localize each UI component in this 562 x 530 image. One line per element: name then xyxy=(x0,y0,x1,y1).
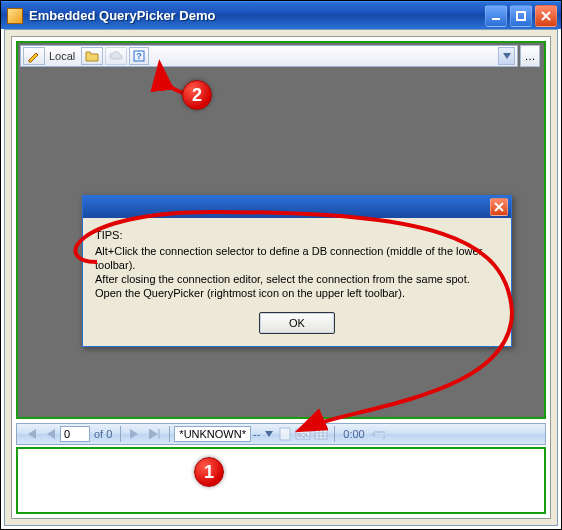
nav-last-button[interactable] xyxy=(146,425,164,443)
client-inner: Local ? … xyxy=(11,36,551,519)
nav-prev-button[interactable] xyxy=(41,425,59,443)
nav-first-button[interactable] xyxy=(21,425,39,443)
help-button[interactable]: ? xyxy=(129,47,149,65)
tips-line-3: Open the QueryPicker (rightmost icon on … xyxy=(95,286,499,300)
client-area: Local ? … xyxy=(4,29,558,526)
open-folder-button[interactable] xyxy=(81,47,103,65)
svg-text:?: ? xyxy=(137,51,143,61)
window-titlebar: Embedded QueryPicker Demo xyxy=(1,1,561,29)
nav-time-label: 0:00 xyxy=(339,428,368,440)
svg-text:SQL: SQL xyxy=(297,432,310,438)
tips-dialog: TIPS: Alt+Click the connection selector … xyxy=(82,195,512,347)
grid-icon[interactable] xyxy=(312,425,330,443)
connection-label: *UNKNOWN* xyxy=(179,428,246,440)
close-button[interactable] xyxy=(535,5,557,27)
window-title: Embedded QueryPicker Demo xyxy=(29,8,482,23)
svg-rect-1 xyxy=(517,12,525,20)
tips-line-1: Alt+Click the connection selector to def… xyxy=(95,244,499,272)
undo-icon[interactable] xyxy=(369,425,387,443)
mode-label: Local xyxy=(47,50,81,62)
lower-toolbar: 0 of 0 *UNKNOWN* -- xyxy=(16,423,546,445)
tips-line-2: After closing the connection editor, sel… xyxy=(95,272,499,286)
svg-rect-7 xyxy=(315,429,327,439)
minimize-button[interactable] xyxy=(485,5,507,27)
callout-1: 1 xyxy=(194,457,224,487)
callout-2-label: 2 xyxy=(192,85,202,106)
edit-pencil-button[interactable] xyxy=(23,47,45,65)
connection-selector[interactable]: *UNKNOWN* xyxy=(174,426,251,442)
tips-dialog-titlebar xyxy=(83,196,511,218)
svg-rect-0 xyxy=(492,18,500,20)
nav-next-button[interactable] xyxy=(126,425,144,443)
callout-2: 2 xyxy=(182,80,212,110)
connection-suffix: -- xyxy=(251,428,262,440)
new-query-icon[interactable] xyxy=(276,425,294,443)
nav-position-field[interactable]: 0 xyxy=(60,426,90,442)
sql-icon[interactable]: SQL xyxy=(294,425,312,443)
tips-close-button[interactable] xyxy=(490,198,508,216)
bottom-panel xyxy=(16,447,546,514)
callout-1-label: 1 xyxy=(204,462,214,483)
app-icon xyxy=(7,8,23,24)
maximize-button[interactable] xyxy=(510,5,532,27)
toolbar-dropdown-button[interactable] xyxy=(498,47,515,65)
cloud-button[interactable] xyxy=(105,47,127,65)
tips-heading: TIPS: xyxy=(95,228,499,242)
more-options-button[interactable]: … xyxy=(520,45,540,67)
tips-body: TIPS: Alt+Click the connection selector … xyxy=(83,218,511,306)
connection-dropdown-button[interactable] xyxy=(262,431,276,437)
ok-button[interactable]: OK xyxy=(259,312,335,334)
upper-toolbar: Local ? xyxy=(20,45,518,67)
nav-of-label: of 0 xyxy=(90,428,116,440)
